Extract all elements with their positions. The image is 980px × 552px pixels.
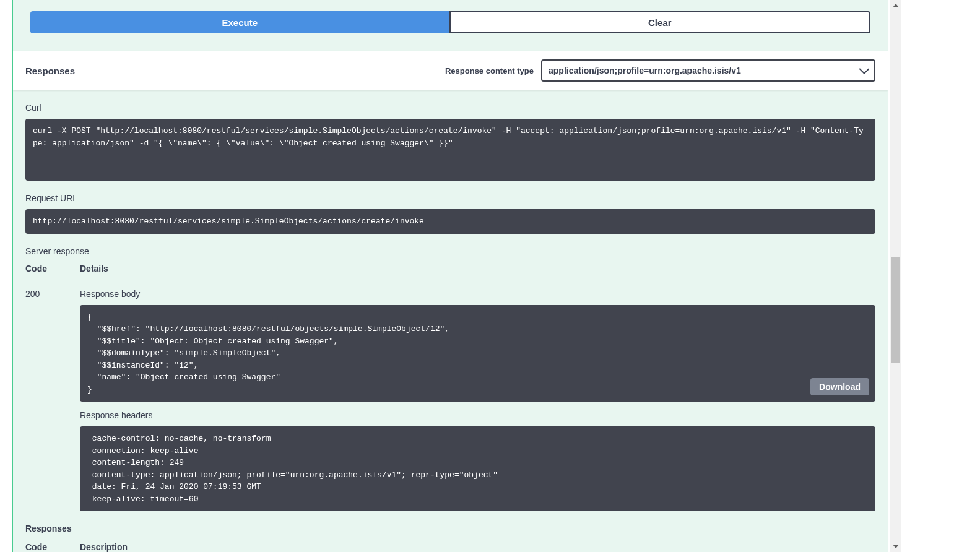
content-type-select[interactable]: application/json;profile=urn:org.apache.… [541,59,875,82]
server-response-table: Code Details 200 Response body { "$$href… [13,264,888,512]
response-body-block: { "$$href": "http://localhost:8080/restf… [80,305,875,402]
curl-label: Curl [25,103,875,113]
response-body-label: Response body [80,289,875,299]
response-headers-label: Response headers [80,410,875,420]
curl-section: Curl curl -X POST "http://localhost:8080… [13,90,888,193]
responses-header-bar: Responses Response content type applicat… [13,51,888,90]
scroll-down-icon[interactable] [890,541,901,552]
response-headers-code[interactable]: cache-control: no-cache, no-transform co… [80,426,875,511]
code-header: Code [25,264,80,274]
request-url-code[interactable]: http://localhost:8080/restful/services/s… [25,209,875,234]
server-response-row: 200 Response body { "$$href": "http://lo… [25,289,875,512]
action-button-row: Execute Clear [13,0,888,51]
responses-doc-title: Responses [25,524,875,533]
server-response-label: Server response [13,246,888,256]
content-type-select-wrap: application/json;profile=urn:org.apache.… [541,59,875,82]
responses-doc-table-head: Code Description [25,542,875,552]
clear-button[interactable]: Clear [449,11,871,33]
request-url-section: Request URL http://localhost:8080/restfu… [13,193,888,246]
execute-button[interactable]: Execute [30,11,449,33]
swagger-operation-panel: Execute Clear Responses Response content… [12,0,888,552]
response-details: Response body { "$$href": "http://localh… [80,289,875,512]
responses-title: Responses [25,66,75,76]
content-type-wrap: Response content type application/json;p… [445,59,875,82]
details-header: Details [80,264,875,274]
download-button[interactable]: Download [810,378,869,395]
content-type-label: Response content type [445,66,534,75]
responses-doc-section: Responses Code Description 200 [13,511,888,552]
server-response-table-head: Code Details [25,264,875,280]
request-url-label: Request URL [25,193,875,203]
response-body-code[interactable]: { "$$href": "http://localhost:8080/restf… [80,305,875,402]
scroll-up-icon[interactable] [890,0,901,11]
curl-code[interactable]: curl -X POST "http://localhost:8080/rest… [25,119,875,181]
scroll-thumb[interactable] [891,257,900,363]
response-code: 200 [25,289,80,512]
vertical-scrollbar[interactable] [890,0,901,552]
description-header: Description [80,542,875,552]
code-header-2: Code [25,542,80,552]
